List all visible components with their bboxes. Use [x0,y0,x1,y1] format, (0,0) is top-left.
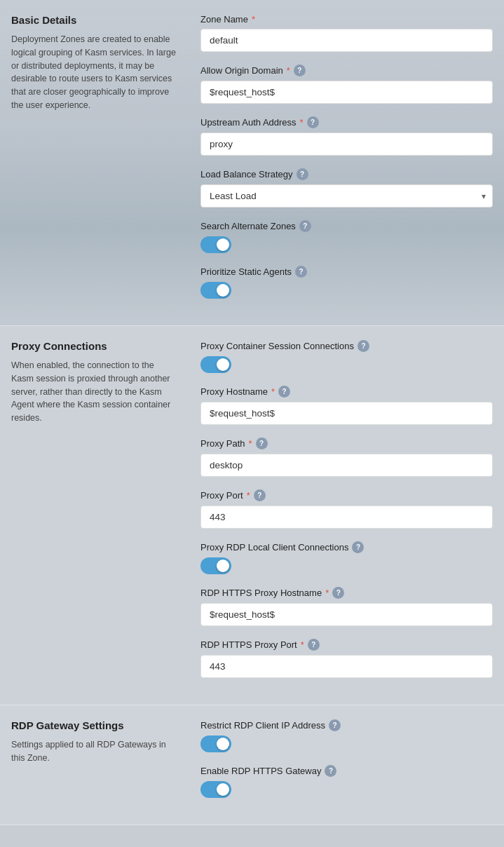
zone-name-required: * [252,14,255,25]
prioritize-static-agents-slider [200,282,231,299]
restrict-rdp-slider [200,736,231,752]
load-balance-strategy-select[interactable]: Least Load Round Robin Random [200,184,493,208]
rdp-https-port-label: RDP HTTPS Proxy Port * ? [200,639,493,651]
restrict-rdp-toggle-container [200,736,493,752]
proxy-connections-description: When enabled, the connection to the Kasm… [11,359,178,425]
upstream-auth-address-label: Upstream Auth Address * ? [200,116,493,128]
prioritize-static-agents-toggle-container [200,282,493,299]
proxy-port-input[interactable] [200,506,493,529]
load-balance-select-wrapper: Least Load Round Robin Random ▾ [200,184,493,208]
rdp-gateway-section: RDP Gateway Settings Settings applied to… [0,705,504,825]
allow-origin-help-icon[interactable]: ? [294,65,306,76]
basic-details-title: Basic Details [11,14,178,26]
search-alternate-zones-field: Search Alternate Zones ? [200,220,493,253]
load-balance-strategy-label: Load Balance Strategy ? [200,168,493,180]
rdp-https-hostname-input[interactable] [200,603,493,626]
upstream-auth-address-input[interactable] [200,133,493,156]
proxy-rdp-toggle-container [200,557,493,574]
load-balance-strategy-field: Load Balance Strategy ? Least Load Round… [200,168,493,208]
basic-details-right-panel: Zone Name * Allow Origin Domain * ? Upst… [189,0,504,325]
prioritize-static-agents-toggle[interactable] [200,282,231,299]
prioritize-static-agents-label: Prioritize Static Agents ? [200,266,493,278]
proxy-port-label: Proxy Port * ? [200,489,493,501]
restrict-rdp-help-icon[interactable]: ? [329,719,341,731]
proxy-port-field: Proxy Port * ? [200,489,493,529]
rdp-https-port-help-icon[interactable]: ? [308,639,320,651]
rdp-https-hostname-help-icon[interactable]: ? [332,587,344,599]
enable-rdp-https-label: Enable RDP HTTPS Gateway ? [200,765,493,777]
load-balance-help-icon[interactable]: ? [297,168,308,180]
proxy-container-slider [200,356,231,373]
search-alternate-zones-help-icon[interactable]: ? [299,220,311,232]
enable-rdp-https-help-icon[interactable]: ? [325,765,336,777]
rdp-https-hostname-required: * [325,588,329,598]
rdp-gateway-right-panel: Restrict RDP Client IP Address ? Enable … [189,705,504,825]
rdp-https-port-field: RDP HTTPS Proxy Port * ? [200,639,493,678]
restrict-rdp-toggle[interactable] [200,736,231,752]
rdp-https-port-input[interactable] [200,655,493,678]
prioritize-static-agents-help-icon[interactable]: ? [295,266,307,278]
rdp-https-hostname-field: RDP HTTPS Proxy Hostname * ? [200,587,493,626]
proxy-connections-section: Proxy Connections When enabled, the conn… [0,326,504,705]
zone-name-input[interactable] [200,29,493,52]
rdp-https-port-required: * [301,639,304,650]
enable-rdp-https-slider [200,781,231,798]
basic-details-left-panel: Basic Details Deployment Zones are creat… [0,0,189,325]
upstream-auth-address-field: Upstream Auth Address * ? [200,116,493,156]
proxy-rdp-toggle[interactable] [200,557,231,574]
search-alternate-zones-toggle-container [200,236,493,253]
zone-name-label: Zone Name * [200,14,493,25]
proxy-path-input[interactable] [200,454,493,477]
rdp-gateway-description: Settings applied to all RDP Gateways in … [11,738,178,765]
proxy-path-field: Proxy Path * ? [200,438,493,477]
basic-details-section: Basic Details Deployment Zones are creat… [0,0,504,326]
proxy-rdp-field: Proxy RDP Local Client Connections ? [200,541,493,574]
basic-details-description: Deployment Zones are created to enable l… [11,33,178,112]
rdp-gateway-left-panel: RDP Gateway Settings Settings applied to… [0,705,189,825]
proxy-port-help-icon[interactable]: ? [254,489,266,501]
proxy-rdp-slider [200,557,231,574]
proxy-container-toggle[interactable] [200,356,231,373]
allow-origin-required: * [287,65,290,76]
proxy-container-label: Proxy Container Session Connections ? [200,340,493,352]
proxy-connections-left-panel: Proxy Connections When enabled, the conn… [0,326,189,705]
proxy-connections-title: Proxy Connections [11,340,178,352]
rdp-https-hostname-label: RDP HTTPS Proxy Hostname * ? [200,587,493,599]
proxy-rdp-help-icon[interactable]: ? [352,541,364,553]
proxy-port-required: * [247,490,250,501]
proxy-container-field: Proxy Container Session Connections ? [200,340,493,373]
proxy-hostname-field: Proxy Hostname * ? [200,386,493,425]
proxy-container-toggle-container [200,356,493,373]
proxy-container-help-icon[interactable]: ? [357,340,369,352]
prioritize-static-agents-field: Prioritize Static Agents ? [200,266,493,299]
proxy-rdp-label: Proxy RDP Local Client Connections ? [200,541,493,553]
upstream-auth-help-icon[interactable]: ? [307,116,319,128]
proxy-connections-right-panel: Proxy Container Session Connections ? Pr… [189,326,504,705]
allow-origin-domain-label: Allow Origin Domain * ? [200,65,493,76]
allow-origin-domain-field: Allow Origin Domain * ? [200,65,493,104]
search-alternate-zones-toggle[interactable] [200,236,231,253]
allow-origin-domain-input[interactable] [200,81,493,104]
proxy-path-required: * [249,438,252,449]
restrict-rdp-field: Restrict RDP Client IP Address ? [200,719,493,752]
proxy-hostname-label: Proxy Hostname * ? [200,386,493,398]
search-alternate-zones-slider [200,236,231,253]
upstream-auth-required: * [300,117,304,128]
restrict-rdp-label: Restrict RDP Client IP Address ? [200,719,493,731]
proxy-path-label: Proxy Path * ? [200,438,493,449]
enable-rdp-https-field: Enable RDP HTTPS Gateway ? [200,765,493,798]
proxy-path-help-icon[interactable]: ? [256,438,268,449]
enable-rdp-https-toggle[interactable] [200,781,231,798]
proxy-hostname-help-icon[interactable]: ? [278,386,290,398]
proxy-hostname-required: * [271,386,275,397]
zone-name-field: Zone Name * [200,14,493,52]
proxy-hostname-input[interactable] [200,402,493,425]
search-alternate-zones-label: Search Alternate Zones ? [200,220,493,232]
rdp-gateway-title: RDP Gateway Settings [11,719,178,731]
enable-rdp-https-toggle-container [200,781,493,798]
